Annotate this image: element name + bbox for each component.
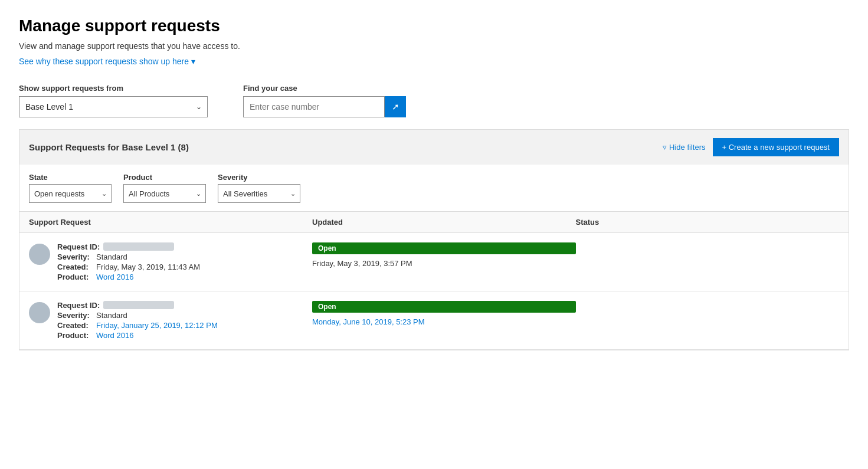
created-label: Created: [57,263,93,271]
updated-date: Monday, June 10, 2019, 5:23 PM [312,317,576,326]
severity-label: Severity: [57,252,93,261]
funnel-icon: ▿ [663,143,667,152]
external-link-icon: ➚ [392,101,399,112]
request-info: Request ID: Severity: Standard Created: … [29,242,312,281]
request-details: Request ID: Severity: Standard Created: … [57,242,200,281]
show-from-group: Show support requests from Base Level 1 … [19,84,208,117]
table-row[interactable]: Request ID: Severity: Standard Created: … [19,291,849,350]
case-number-input[interactable] [243,96,385,117]
hide-filters-label: Hide filters [669,143,705,152]
severity-filter-wrapper: All Severities Critical High Moderate Lo… [218,184,300,203]
avatar [29,302,50,323]
severity-filter-group: Severity All Severities Critical High Mo… [218,173,300,203]
product-filter-wrapper: All Products Word 2016 ⌄ [123,184,206,203]
case-search-label: Find your case [243,84,406,93]
request-info: Request ID: Severity: Standard Created: … [29,301,312,340]
severity-value: Standard [96,311,127,320]
created-field: Created: Friday, May 3, 2019, 11:43 AM [57,263,200,271]
avatar [29,244,50,265]
inline-filters: State Open requests Closed requests All … [19,165,849,212]
product-field: Product: Word 2016 [57,331,218,340]
state-filter-label: State [29,173,112,182]
severity-filter-select[interactable]: All Severities Critical High Moderate Lo… [218,184,300,203]
status-badge: Open [312,301,576,313]
page-container: Manage support requests View and manage … [0,0,868,367]
product-filter-label: Product [123,173,206,182]
created-label: Created: [57,321,93,330]
support-requests-section: Support Requests for Base Level 1 (8) ▿ … [19,129,849,350]
section-header-actions: ▿ Hide filters + Create a new support re… [663,138,839,156]
updated-date: Friday, May 3, 2019, 3:57 PM [312,259,576,268]
why-link[interactable]: See why these support requests show up h… [19,57,195,66]
product-value[interactable]: Word 2016 [96,273,133,281]
severity-value: Standard [96,252,127,261]
created-value: Friday, January 25, 2019, 12:12 PM [96,321,218,330]
case-search-group: Find your case ➚ [243,84,406,117]
show-from-select[interactable]: Base Level 1 All subscriptions [19,96,208,117]
page-title: Manage support requests [19,17,849,35]
table-header: Support Request Updated Status [19,212,849,233]
product-filter-group: Product All Products Word 2016 ⌄ [123,173,206,203]
severity-field: Severity: Standard [57,252,200,261]
severity-field: Severity: Standard [57,311,218,320]
product-filter-select[interactable]: All Products Word 2016 [123,184,206,203]
severity-label: Severity: [57,311,93,320]
section-header-title: Support Requests for Base Level 1 (8) [29,142,189,152]
state-filter-wrapper: Open requests Closed requests All reques… [29,184,112,203]
created-value: Friday, May 3, 2019, 11:43 AM [96,263,200,271]
severity-filter-label: Severity [218,173,300,182]
table-row[interactable]: Request ID: Severity: Standard Created: … [19,233,849,291]
create-request-button[interactable]: + Create a new support request [713,138,839,156]
request-id-field: Request ID: [57,301,218,310]
updated-col: Open Friday, May 3, 2019, 3:57 PM [312,242,576,268]
hide-filters-button[interactable]: ▿ Hide filters [663,143,705,152]
request-id-field: Request ID: [57,242,200,251]
case-search-input-row: ➚ [243,96,406,117]
filters-section: Show support requests from Base Level 1 … [19,84,849,117]
section-header: Support Requests for Base Level 1 (8) ▿ … [19,130,849,165]
state-filter-select[interactable]: Open requests Closed requests All reques… [29,184,112,203]
why-link-text: See why these support requests show up h… [19,57,189,66]
show-from-label: Show support requests from [19,84,208,93]
table-rows: Request ID: Severity: Standard Created: … [19,233,849,350]
col-header-status: Status [576,218,840,227]
request-id-value [103,301,174,309]
request-id-label: Request ID: [57,242,100,251]
request-id-value [103,242,174,251]
product-value[interactable]: Word 2016 [96,331,133,340]
request-details: Request ID: Severity: Standard Created: … [57,301,218,340]
status-badge: Open [312,242,576,254]
create-request-label: + Create a new support request [722,143,830,152]
state-filter-group: State Open requests Closed requests All … [29,173,112,203]
show-from-wrapper: Base Level 1 All subscriptions ⌄ [19,96,208,117]
case-search-button[interactable]: ➚ [385,96,406,117]
product-label: Product: [57,273,93,281]
created-field: Created: Friday, January 25, 2019, 12:12… [57,321,218,330]
product-label: Product: [57,331,93,340]
col-header-support-request: Support Request [29,218,312,227]
page-subtitle: View and manage support requests that yo… [19,41,849,51]
why-link-chevron: ▾ [191,57,195,66]
product-field: Product: Word 2016 [57,273,200,281]
request-id-label: Request ID: [57,301,100,310]
col-header-updated: Updated [312,218,576,227]
updated-col: Open Monday, June 10, 2019, 5:23 PM [312,301,576,326]
